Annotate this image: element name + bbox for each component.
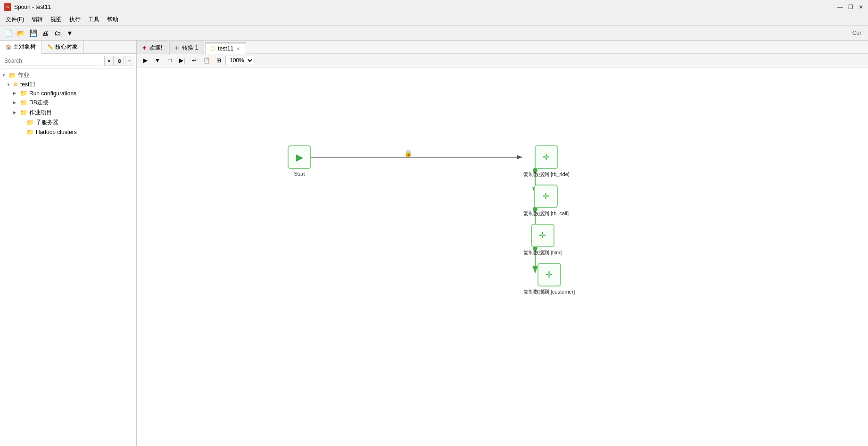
node-start-box: ▶: [288, 145, 311, 169]
node-film-label: 复制数据到 [film]: [523, 249, 562, 256]
folder-icon-db: 📁: [20, 99, 27, 106]
tree-label-sub-server: 子服务器: [36, 118, 58, 126]
folder-icon-sub-server: 📁: [26, 119, 34, 126]
folder-icon-zuoye-proj: 📁: [20, 109, 27, 116]
tree-label-hadoop: Hadoop clusters: [36, 129, 77, 135]
tree-label-run-configs: Run configurations: [29, 90, 76, 97]
left-tabs: 🏠 主对象树 ✏️ 核心对象: [0, 41, 136, 54]
menu-file[interactable]: 文件(F): [2, 15, 28, 25]
menu-tools[interactable]: 工具: [84, 15, 103, 25]
canvas-preview-btn[interactable]: 📋: [201, 55, 212, 66]
job-tab-icon: ⬡: [210, 45, 215, 52]
node-start-label: Start: [294, 171, 305, 177]
canvas-grid-btn[interactable]: ⊞: [213, 55, 224, 66]
job-icon-test11: ⚙: [13, 81, 18, 88]
start-play-icon: ▶: [296, 151, 303, 163]
top-tabs: ✦ 欢迎! ✛ 转换 1 ⬡ test11 ✕: [137, 41, 868, 54]
tree-label-zuoye-proj: 作业项目: [29, 109, 52, 117]
tree-item-db[interactable]: ▶ 📁 DB连接: [0, 98, 136, 108]
tree-item-zuoye-proj[interactable]: ▶ 📁 作业项目: [0, 108, 136, 118]
tree-label-test11: test11: [20, 81, 36, 88]
toolbar-saveas[interactable]: 🖨: [40, 27, 51, 39]
menubar: 文件(F) 编辑 视图 执行 工具 帮助: [0, 14, 868, 25]
node-tb-call[interactable]: ✛ 复制数据到 [tb_call]: [523, 185, 569, 217]
menu-run[interactable]: 执行: [66, 15, 84, 25]
tree-item-run-configs[interactable]: ▶ 📁 Run configurations: [0, 89, 136, 98]
tab-transform1-label: 转换 1: [182, 44, 198, 52]
canvas-inner: 🔒 ▶ Start ✛: [137, 67, 797, 445]
toolbar-dropdown[interactable]: ▼: [64, 27, 75, 39]
menu-edit[interactable]: 编辑: [28, 15, 47, 25]
tab-main-objects[interactable]: 🏠 主对象树: [0, 41, 42, 54]
maximize-button[interactable]: ❐: [847, 4, 854, 10]
node-tb-ride-label: 复制数据到 [tb_ride]: [523, 171, 570, 178]
folder-icon-hadoop: 📁: [26, 128, 34, 135]
core-objects-icon: ✏️: [48, 44, 53, 50]
transform-icon: ✛: [174, 45, 179, 51]
tree-item-zuoye[interactable]: ▼ 📁 作业: [0, 70, 136, 80]
tree-item-hadoop[interactable]: 📁 Hadoop clusters: [0, 127, 136, 136]
tab-core-objects[interactable]: ✏️ 核心对象: [42, 41, 84, 53]
toolbar-open[interactable]: 📂: [15, 27, 26, 39]
copy-icon-2: ✛: [542, 191, 549, 202]
minimize-button[interactable]: —: [837, 4, 843, 10]
right-panel: ✦ 欢迎! ✛ 转换 1 ⬡ test11 ✕ ▶ ▼ □ ▶| ↩ 📋 ⊞ 1…: [137, 41, 868, 446]
canvas-toolbar: ▶ ▼ □ ▶| ↩ 📋 ⊞ 100% 75% 50% 150%: [137, 54, 868, 67]
main-objects-label: 主对象树: [13, 43, 36, 51]
menu-view[interactable]: 视图: [47, 15, 66, 25]
core-objects-label: 核心对象: [55, 43, 78, 51]
node-tb-ride[interactable]: ✛ 复制数据到 [tb_ride]: [523, 145, 570, 178]
expand-db: ▶: [13, 101, 20, 105]
expand-test11: ▼: [7, 83, 13, 87]
expand-zuoye: ▼: [2, 73, 8, 77]
search-list-button[interactable]: ≡: [125, 56, 134, 66]
toolbar-new[interactable]: 📄: [3, 27, 14, 39]
expand-zuoye-proj: ▶: [13, 110, 20, 115]
canvas-stop-btn[interactable]: □: [164, 55, 175, 66]
node-film[interactable]: ✛ 复制数据到 [film]: [523, 224, 562, 256]
zoom-select[interactable]: 100% 75% 50% 150%: [225, 56, 254, 65]
tree-label-zuoye: 作业: [18, 71, 29, 79]
search-bar: ✕ ⚙ ≡: [0, 54, 136, 68]
node-customer[interactable]: ✛ 复制数据到 [customer]: [523, 263, 575, 295]
copy-icon-1: ✛: [543, 152, 550, 162]
node-start[interactable]: ▶ Start: [288, 145, 311, 177]
node-customer-label: 复制数据到 [customer]: [523, 288, 575, 295]
node-film-box: ✛: [531, 224, 554, 247]
titlebar: S Spoon - test11 — ❐ ✕: [0, 0, 868, 14]
canvas-run-dropdown[interactable]: ▼: [152, 55, 163, 66]
statusbar-right: Cor: [852, 30, 861, 36]
canvas-run-btn[interactable]: ▶: [140, 55, 151, 66]
node-tb-call-label: 复制数据到 [tb_call]: [523, 210, 569, 217]
tab-test11-close[interactable]: ✕: [236, 46, 240, 51]
main-objects-icon: 🏠: [6, 44, 11, 50]
canvas-resume-btn[interactable]: ↩: [189, 55, 200, 66]
node-customer-box: ✛: [537, 263, 561, 286]
svg-text:🔒: 🔒: [404, 149, 413, 157]
arrows-svg: 🔒: [137, 67, 797, 445]
tree-label-db: DB连接: [29, 99, 49, 107]
tree-item-sub-server[interactable]: 📁 子服务器: [0, 118, 136, 127]
copy-icon-4: ✛: [546, 269, 553, 280]
tree-area: ▼ 📁 作业 ▼ ⚙ test11 ▶ 📁 Run configurations…: [0, 68, 136, 446]
search-input[interactable]: [2, 56, 103, 66]
tab-transform1[interactable]: ✛ 转换 1: [169, 42, 204, 54]
tree-item-test11[interactable]: ▼ ⚙ test11: [0, 80, 136, 89]
close-button[interactable]: ✕: [858, 4, 864, 10]
search-clear-button[interactable]: ✕: [104, 56, 114, 66]
canvas-pause-btn[interactable]: ▶|: [176, 55, 188, 66]
node-tb-call-box: ✛: [534, 185, 558, 208]
canvas-area[interactable]: 🔒 ▶ Start ✛: [137, 67, 868, 446]
node-tb-ride-box: ✛: [535, 145, 558, 169]
tab-welcome-label: 欢迎!: [149, 44, 162, 52]
app-icon: S: [4, 3, 11, 11]
tab-welcome[interactable]: ✦ 欢迎!: [137, 42, 168, 54]
tab-test11[interactable]: ⬡ test11 ✕: [205, 42, 246, 54]
menu-help[interactable]: 帮助: [103, 15, 122, 25]
search-options-button[interactable]: ⚙: [115, 56, 124, 66]
toolbar-save[interactable]: 💾: [27, 27, 39, 39]
title-text: Spoon - test11: [14, 4, 51, 10]
folder-icon-zuoye: 📁: [8, 72, 16, 79]
toolbar-explore[interactable]: 🗂: [52, 27, 63, 39]
window-controls: — ❐ ✕: [837, 4, 864, 10]
